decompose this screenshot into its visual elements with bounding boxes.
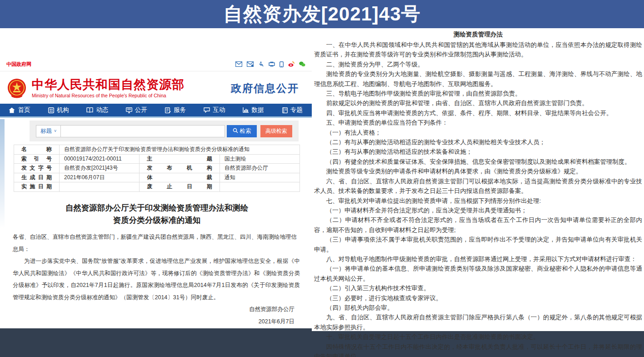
home-icon (9, 107, 15, 113)
chevron-down-icon: ˅ (54, 129, 56, 133)
meta-label: 索引号 (14, 154, 60, 164)
ministry-name-en: Ministry of Natural Resources of the Peo… (32, 93, 185, 98)
search-button[interactable]: 检索 (227, 125, 257, 137)
regulation-paragraph: 六、省、自治区、直辖市人民政府自然资源主管部门可以根据本地实际，适当提高测绘资质… (314, 176, 642, 196)
notice-body: 各省、自治区、直辖市自然资源主管部门，新疆生产建设兵团自然资源局，陕西、黑龙江、… (13, 231, 300, 327)
nav-item-service[interactable]: 服务 (156, 104, 195, 116)
regulation-paragraph: （一）将申请单位的基本信息、所申请测绘资质类别等级及除涉及国家秘密、商业秘密和个… (314, 264, 642, 283)
ministry-website-panel: 中国政府网 (0, 28, 312, 328)
mobile-icon[interactable] (280, 61, 284, 67)
regulation-paragraph: 十、审批机关自受理之日起十五个工作日内作出是否批准测绘资质的书面决定。 (314, 332, 642, 342)
notice-salutation: 各省、自治区、直辖市自然资源主管部门，新疆生产建设兵团自然资源局，陕西、黑龙江、… (13, 231, 300, 255)
regulation-paragraph: （三）必要时，进行实地核查或专家评议。 (314, 293, 642, 303)
meta-label: 名称 (14, 145, 60, 155)
regulation-paragraph: 八、对导航电子地图制作甲级测绘资质的审批，自然资源部将通过网上受理，并采用以下方… (314, 254, 642, 264)
interact-icon (204, 107, 210, 113)
meta-label: 体裁 (140, 173, 220, 182)
regulation-paragraph: 七、审批机关对申请单位提出的测绘资质申请，应当根据下列情形分别作出处理: (314, 196, 642, 206)
nav-item-data[interactable]: 数据 (234, 104, 273, 116)
table-row: 实施日期 废止日期 (14, 182, 300, 192)
regulation-paragraph: 一、在中华人民共和国领域和中华人民共和国管辖的其他海域从事测绘活动的单位，应当依… (314, 40, 642, 60)
meta-label: 实施日期 (14, 182, 60, 192)
regulation-paragraph: （二）引入第三方机构作技术性审查。 (314, 283, 642, 293)
mail-icon[interactable] (235, 61, 242, 67)
nav-item-topic[interactable]: 专题 (273, 104, 312, 116)
regulation-paragraph: （四）有健全的技术和质量保证体系、安全保障措施、信息安全保密管理制度以及测绘成果… (314, 157, 642, 166)
meta-label: 生成日期 (14, 173, 60, 182)
search-field-select[interactable]: 标题 ˅ (36, 125, 60, 137)
nav-item-disclosure[interactable]: 公开 (117, 104, 156, 116)
utility-bar: 中国政府网 (0, 59, 312, 69)
search-input[interactable] (60, 125, 225, 137)
brand-row: 中华人民共和国自然资源部 Ministry of Natural Resourc… (0, 74, 312, 103)
ministry-name-cn: 中华人民共和国自然资源部 (32, 78, 185, 92)
regulation-panel: 测绘资质管理办法 一、在中华人民共和国领域和中华人民共和国管辖的其他海域从事测绘… (312, 28, 644, 331)
brand-text: 中华人民共和国自然资源部 Ministry of Natural Resourc… (32, 78, 185, 99)
search-icon (233, 128, 238, 135)
meta-value: 自然资源部办公厅关于印发测绘资质管理办法和测绘资质分类分级标准的通知 (60, 145, 300, 155)
section-title: 政府信息公开 (231, 81, 305, 96)
meta-label: 发文字号 (14, 164, 60, 173)
meta-value: 2021年06月07日 (60, 173, 140, 182)
regulation-paragraph: （一）申请材料齐全并符合法定形式的，应当决定受理并出具受理通知书； (314, 206, 642, 215)
regulation-paragraph: （三）申请事项依法不属于本审批机关职责范围的，应当即时作出不予受理的决定，并告知… (314, 235, 642, 254)
service-icon (165, 107, 171, 113)
regulation-paragraph: （四）部机关内部会审。 (314, 303, 642, 312)
regulation-paragraph: 前款规定以外的测绘资质的审批和管理，由省、自治区、直辖市人民政府自然资源主管部门… (314, 98, 642, 108)
news-icon (86, 107, 93, 113)
notice-title: 自然资源部办公厅关于印发测绘资质管理办法和测绘 资质分类分级标准的通知 (14, 202, 300, 226)
disclosure-icon (126, 107, 132, 113)
fax-icon[interactable] (269, 61, 275, 67)
notice-paragraph: 为进一步落实党中央、国务院“放管服”改革要求，促进地理信息产业发展，维护国家地理… (13, 255, 300, 303)
table-row: 名称 自然资源部办公厅关于印发测绘资质管理办法和测绘资质分类分级标准的通知 (14, 145, 300, 155)
nav-item-news[interactable]: 动态 (78, 104, 117, 116)
table-row: 生成日期 2021年06月07日 体裁 通知 (14, 173, 300, 182)
regulation-paragraph: 三、导航电子地图制作甲级测绘资质的审批和管理，由自然资源部负责。 (314, 89, 642, 98)
meta-value: 自然资办发[2021]43号 (60, 164, 140, 173)
meta-value: 自然资源部办公厅 (220, 164, 300, 173)
regulation-title: 测绘资质管理办法 (314, 30, 642, 39)
regulation-paragraph: （二）申请材料不齐全或者不符合法定形式的，应当当场或者在五个工作日内一次告知申请… (314, 215, 642, 235)
regulation-paragraph: 五、申请测绘资质的单位应当符合下列条件： (314, 118, 642, 127)
notice-signer: 自然资源部办公厅 (13, 303, 300, 316)
regulation-paragraph: 因特殊情况在十五个工作日内不能作出决定的，经本审批机关负责人批准，可以延长十个工… (314, 342, 642, 357)
left-accent-strip (0, 119, 5, 228)
table-row: 发文字号 自然资办发[2021]43号 发布机构 自然资源部办公厅 (14, 164, 300, 173)
regulation-paragraph: （三）有与从事的测绘活动相适应的技术装备和设施； (314, 147, 642, 156)
advanced-search-button[interactable]: 高级检索 (260, 125, 292, 137)
national-emblem-logo (6, 78, 27, 99)
regulation-paragraph: 测绘资质的专业类别分为大地测量、测绘航空摄影、摄影测量与遥感、工程测量、海洋测绘… (314, 69, 642, 89)
data-icon (243, 107, 249, 113)
meta-label: 发布机构 (140, 164, 220, 173)
nav-item-org[interactable]: 机构 (39, 104, 78, 116)
divider (0, 71, 312, 71)
nav-item-interact[interactable]: 互动 (195, 104, 234, 116)
table-row: 索引号 000019174/2021-00011 主题 国土测绘 (14, 154, 300, 164)
search-panel: 标题 ˅ 检索 高级检索 (30, 121, 299, 141)
document-meta-table: 名称 自然资源部办公厅关于印发测绘资质管理办法和测绘资质分类分级标准的通知 索引… (14, 145, 300, 192)
main-nav: 首页 机构 动态 公开 服务 互动 (0, 104, 312, 118)
meta-label: 废止日期 (140, 182, 220, 192)
wechat-icon[interactable] (299, 61, 305, 67)
meta-value (220, 182, 300, 192)
meta-value: 国土测绘 (220, 154, 300, 164)
nav-item-home[interactable]: 首页 (0, 104, 39, 116)
gov-portal-link[interactable]: 中国政府网 (6, 61, 31, 68)
regulation-paragraph: 九、省、自治区、直辖市人民政府自然资源主管部门除应严格执行第八条（一）的规定外，… (314, 312, 642, 332)
regulation-paragraph: 二、测绘资质分为甲、乙两个等级。 (314, 60, 642, 69)
meta-value: 000019174/2021-00011 (60, 154, 140, 164)
regulation-paragraph: 四、审批机关应当将申请测绘资质的方式、依据、条件、程序、期限、材料目录、审批结果… (314, 108, 642, 118)
regulation-paragraph: 测绘资质等级专业类别的申请条件和申请材料的具体要求，由《测绘资质分类分级标准》规… (314, 166, 642, 176)
slide-title: 自然资办发[2021]43号 (223, 1, 420, 27)
weibo-icon[interactable] (288, 61, 295, 67)
slide-header-bar: 自然资办发[2021]43号 (0, 0, 644, 28)
regulation-paragraph: （一）有法人资格； (314, 128, 642, 137)
accessibility-icon[interactable] (258, 61, 264, 67)
meta-label: 主题 (140, 154, 220, 164)
mail-subscribe-icon[interactable] (247, 61, 254, 67)
notice-date: 2021年6月7日 (13, 316, 300, 328)
slide: 自然资办发[2021]43号 中国政府网 (0, 0, 644, 357)
topic-icon (282, 107, 288, 113)
meta-value: 通知 (220, 173, 300, 182)
utility-icons (235, 61, 305, 67)
